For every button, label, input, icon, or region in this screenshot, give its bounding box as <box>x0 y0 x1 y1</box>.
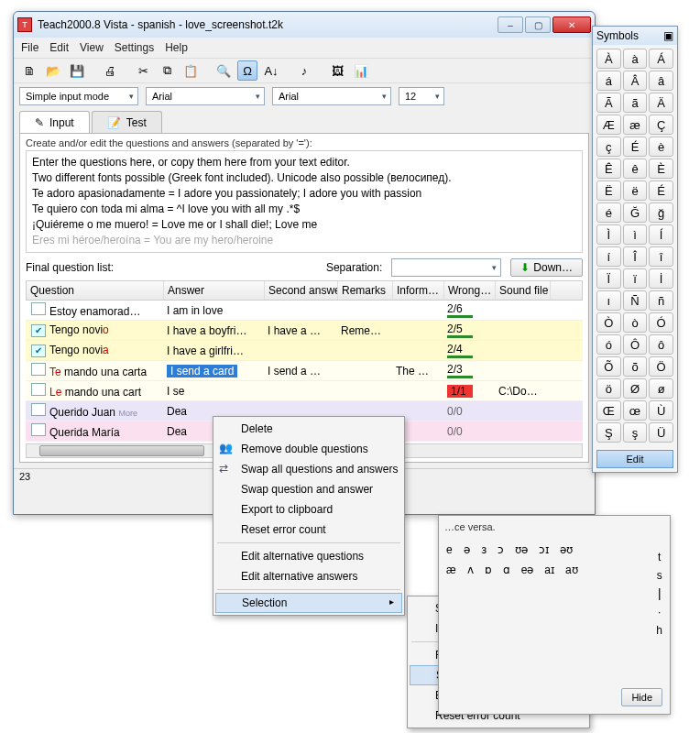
chart-icon[interactable]: 📊 <box>351 60 371 81</box>
row-checkbox[interactable] <box>31 423 46 436</box>
menu-edit[interactable]: Edit <box>49 41 69 54</box>
ctx-export-clipboard[interactable]: Export to clipboard <box>213 499 404 520</box>
phonetic-symbol[interactable]: ʌ <box>467 563 474 576</box>
copy-icon[interactable]: ⧉ <box>157 60 177 81</box>
menu-settings[interactable]: Settings <box>115 41 154 54</box>
minimize-button[interactable]: – <box>498 16 523 33</box>
paste-icon[interactable]: 📋 <box>180 60 201 81</box>
symbols-title[interactable]: Symbols ▣ <box>593 27 677 45</box>
row-checkbox[interactable] <box>31 383 46 396</box>
col-remarks[interactable]: Remarks <box>338 281 393 300</box>
symbols-panel[interactable]: Symbols ▣ ÀàÁáÂâÃãÄÆæÇçÉèÊêÈËëÉéĞğÌìÍíÎî… <box>592 26 678 473</box>
table-row[interactable]: Estoy enamorad…I am in love2/6 <box>26 301 583 321</box>
symbol-button[interactable]: æ <box>623 115 648 135</box>
print-icon[interactable]: 🖨 <box>100 60 120 81</box>
symbol-button[interactable]: ı <box>596 290 621 311</box>
phonetic-symbol[interactable]: eə <box>521 563 534 576</box>
symbol-button[interactable]: ğ <box>649 202 673 223</box>
phonetic-symbol[interactable]: t <box>658 551 661 563</box>
phonetic-symbol[interactable]: e <box>446 543 453 556</box>
symbol-button[interactable]: á <box>596 71 621 91</box>
symbol-button[interactable]: Í <box>649 224 673 245</box>
symbol-button[interactable]: ö <box>596 378 621 399</box>
fontsize-combo[interactable]: 12 <box>399 87 444 105</box>
symbol-button[interactable]: Ş <box>596 422 621 443</box>
symbol-button[interactable]: Ó <box>649 312 673 333</box>
phonetic-symbol[interactable]: ɔɪ <box>539 543 549 556</box>
symbol-button[interactable]: Ö <box>649 356 673 377</box>
symbol-button[interactable]: â <box>649 71 673 91</box>
table-row[interactable]: ✔Tengo noviaI have a girlfri…2/4 <box>26 341 583 361</box>
ctx-remove-double[interactable]: 👥Remove double questions <box>213 439 404 459</box>
symbol-button[interactable]: Ü <box>649 422 673 443</box>
menu-help[interactable]: Help <box>165 41 188 54</box>
ctx-swap-one[interactable]: Swap question and answer <box>213 479 404 499</box>
symbol-button[interactable]: Ø <box>623 378 648 399</box>
phonetic-symbol[interactable]: ʊə <box>515 543 528 556</box>
ctx-selection-submenu[interactable]: Selection <box>215 593 402 613</box>
symbol-button[interactable]: ì <box>623 224 648 245</box>
symbol-button[interactable]: Æ <box>596 115 621 135</box>
symbol-button[interactable]: È <box>649 159 673 179</box>
symbol-button[interactable]: é <box>596 202 621 223</box>
row-checkbox[interactable] <box>31 403 46 416</box>
phonetic-symbol[interactable]: ɜ <box>481 543 487 556</box>
symbol-button[interactable]: œ <box>623 400 648 421</box>
symbol-button[interactable]: Ä <box>649 93 673 113</box>
table-row[interactable]: Le mando una cartI se1/1C:\Do… <box>26 381 583 401</box>
symbol-button[interactable]: î <box>649 246 673 267</box>
ctx-edit-alt-answers[interactable]: Edit alternative answers <box>213 566 404 586</box>
symbols-pin-icon[interactable]: ▣ <box>663 29 673 42</box>
symbol-button[interactable]: Ë <box>596 181 621 201</box>
symbol-button[interactable]: Ğ <box>623 202 648 223</box>
symbol-button[interactable]: ş <box>623 422 648 443</box>
phonetic-symbol[interactable]: aʊ <box>565 563 578 576</box>
symbol-button[interactable]: ê <box>623 159 648 179</box>
symbol-button[interactable]: ø <box>649 378 673 399</box>
phonetic-symbol[interactable]: əʊ <box>560 543 573 556</box>
symbol-button[interactable]: õ <box>623 356 648 377</box>
symbol-button[interactable]: Œ <box>596 400 621 421</box>
phonetic-symbol[interactable]: s <box>657 569 662 582</box>
symbol-button[interactable]: ò <box>623 312 648 333</box>
symbol-button[interactable]: Õ <box>596 356 621 377</box>
close-button[interactable]: ✕ <box>552 16 591 33</box>
symbol-button[interactable]: Ù <box>649 400 673 421</box>
symbol-button[interactable]: è <box>649 137 673 157</box>
phonetic-symbol[interactable]: æ <box>446 563 456 576</box>
tab-test[interactable]: 📝 Test <box>92 111 162 133</box>
symbol-button[interactable]: Ò <box>596 312 621 333</box>
phonetic-symbol[interactable]: ɔ <box>498 543 504 556</box>
ctx-edit-alt-questions[interactable]: Edit alternative questions <box>213 546 404 566</box>
symbols-edit-button[interactable]: Edit <box>596 450 673 468</box>
phonetic-symbol[interactable]: h <box>656 624 662 637</box>
col-question[interactable]: Question <box>27 281 164 300</box>
symbol-button[interactable]: É <box>623 137 648 157</box>
input-mode-combo[interactable]: Simple input mode <box>19 87 138 105</box>
col-information[interactable]: Inform… <box>393 281 444 300</box>
download-button[interactable]: ⬇Down… <box>510 258 583 277</box>
font2-combo[interactable]: Arial <box>272 87 391 105</box>
col-soundfile[interactable]: Sound file <box>496 281 551 300</box>
symbol-button[interactable]: Ô <box>623 334 648 355</box>
symbol-button[interactable]: Á <box>649 49 673 69</box>
symbol-button[interactable]: İ <box>649 268 673 289</box>
symbol-button[interactable]: Ì <box>596 224 621 245</box>
symbol-button[interactable]: Ê <box>596 159 621 179</box>
menu-file[interactable]: File <box>21 41 38 54</box>
menu-view[interactable]: View <box>80 41 104 54</box>
phonetic-symbol[interactable]: ɒ <box>485 563 492 576</box>
symbol-button[interactable]: Î <box>623 246 648 267</box>
symbol-button[interactable]: à <box>623 49 648 69</box>
omega-icon[interactable]: Ω <box>237 60 257 81</box>
table-row[interactable]: Te mando una cartaI send a cardI send a … <box>26 361 583 381</box>
symbol-button[interactable]: ô <box>649 334 673 355</box>
symbol-button[interactable]: Â <box>623 71 648 91</box>
save-icon[interactable]: 💾 <box>67 60 87 81</box>
symbol-button[interactable]: Ã <box>596 93 621 113</box>
separation-combo[interactable] <box>391 258 501 277</box>
symbol-button[interactable]: ó <box>596 334 621 355</box>
titlebar[interactable]: T Teach2000.8 Vista - spanish - love_scr… <box>14 12 595 38</box>
col-answer[interactable]: Answer <box>164 281 265 300</box>
maximize-button[interactable]: ▢ <box>525 16 551 33</box>
